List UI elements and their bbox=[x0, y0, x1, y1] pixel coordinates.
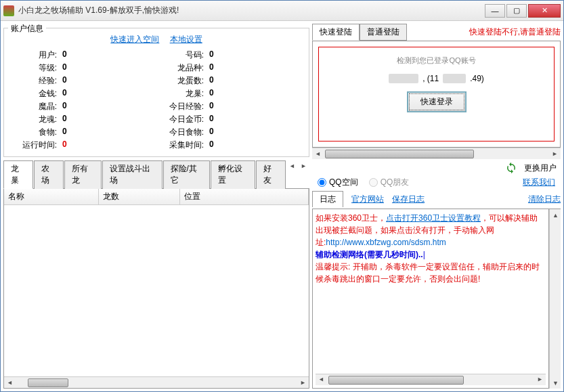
radio-qqspace-input[interactable] bbox=[318, 178, 326, 187]
log-h-scrollbar[interactable]: ◄ ► bbox=[316, 374, 546, 385]
label-number: 号码: bbox=[163, 49, 209, 61]
clear-log-link[interactable]: 清除日志 bbox=[528, 194, 561, 205]
detect-text: 检测到您已登录QQ账号 bbox=[397, 56, 475, 66]
scroll-thumb[interactable] bbox=[28, 378, 68, 387]
radio-qqfriend[interactable]: QQ朋友 bbox=[369, 177, 410, 188]
contact-us-link[interactable]: 联系我们 bbox=[523, 177, 555, 188]
login-inner: 检测到您已登录QQ账号 , (11 .49) 快速登录 bbox=[318, 47, 555, 141]
log-wrap: 如果安装360卫士，点击打开360卫士设置教程，可以解决辅助出现被拦截问题，如果… bbox=[312, 209, 561, 389]
save-log-link[interactable]: 保存日志 bbox=[392, 194, 425, 205]
val-todayfood: 0 bbox=[209, 127, 214, 138]
label-runtime: 运行时间: bbox=[16, 139, 62, 151]
scroll-up-icon[interactable]: ▲ bbox=[550, 209, 561, 221]
val-number: 0 bbox=[209, 49, 214, 61]
log-line1a: 如果安装360卫士， bbox=[316, 213, 386, 223]
left-panel: 账户信息 快速进入空间 本地设置 用户:0 号码:0 等级:0 龙品种:0 经验… bbox=[3, 24, 309, 389]
tab-nest[interactable]: 龙巢 bbox=[3, 160, 33, 189]
label-eggs: 龙蛋数: bbox=[163, 75, 209, 87]
scroll-right-icon[interactable]: ► bbox=[549, 148, 561, 160]
label-soul: 龙魂: bbox=[16, 114, 62, 125]
label-breed: 龙品种: bbox=[163, 62, 209, 74]
account-info-grid: 用户:0 号码:0 等级:0 龙品种:0 经验:0 龙蛋数:0 金钱:0 龙巢:… bbox=[9, 49, 303, 151]
app-window: 小白龙之牧场辅助 V1.69-解放双手,愉快游戏! ― ▢ ✕ 账户信息 快速进… bbox=[0, 0, 564, 392]
list-header: 名称 龙数 位置 bbox=[4, 189, 309, 205]
switch-user-button[interactable]: 更换用户 bbox=[524, 162, 557, 174]
col-count[interactable]: 龙数 bbox=[99, 189, 180, 204]
window-title: 小白龙之牧场辅助 V1.69-解放双手,愉快游戏! bbox=[18, 5, 485, 16]
refresh-icon bbox=[505, 162, 517, 174]
scroll-right-icon[interactable]: ► bbox=[534, 374, 546, 386]
radio-qqfriend-input[interactable] bbox=[369, 178, 378, 187]
val-exp: 0 bbox=[62, 75, 67, 87]
log-tab[interactable]: 日志 bbox=[312, 191, 343, 207]
login-h-scrollbar[interactable]: ◄ ► bbox=[312, 148, 561, 159]
scroll-left-icon[interactable]: ◄ bbox=[316, 374, 327, 386]
log-line3: 温馨提示: 开辅助，杀毒软件一定要设置信任，辅助开启来的时候杀毒跳出的窗口一定要… bbox=[316, 262, 540, 284]
tab-hatch[interactable]: 孵化设置 bbox=[211, 160, 255, 189]
radio-row: QQ空间 QQ朋友 联系我们 bbox=[312, 174, 561, 191]
right-panel: 快速登陆 普通登陆 快速登陆不行,请普通登陆 检测到您已登录QQ账号 , (11… bbox=[312, 24, 561, 389]
label-user: 用户: bbox=[16, 49, 62, 61]
scroll-right-icon[interactable]: ► bbox=[297, 377, 309, 389]
log-body: 如果安装360卫士，点击打开360卫士设置教程，可以解决辅助出现被拦截问题，如果… bbox=[316, 212, 546, 374]
tab-friends[interactable]: 好友 bbox=[256, 160, 286, 189]
tab-explore[interactable]: 探险/其它 bbox=[163, 160, 210, 189]
number-blur bbox=[443, 74, 466, 83]
avatar-blur bbox=[389, 74, 418, 83]
tab-battle-setup[interactable]: 设置战斗出场 bbox=[102, 160, 162, 189]
radio-qqspace[interactable]: QQ空间 bbox=[318, 177, 358, 188]
val-level: 0 bbox=[62, 62, 67, 74]
log-360-link[interactable]: 点击打开360卫士设置教程 bbox=[386, 213, 481, 223]
tab-scroll-left[interactable]: ◄ bbox=[286, 160, 298, 171]
col-name[interactable]: 名称 bbox=[4, 189, 99, 204]
login-note: 快速登陆不行,请普通登陆 bbox=[469, 26, 561, 38]
log-url[interactable]: http://www.xbfzwg.com/sdsm.htm bbox=[326, 238, 446, 247]
val-breed: 0 bbox=[209, 62, 214, 74]
list-area: 名称 龙数 位置 ◄ ► bbox=[3, 189, 309, 389]
scroll-left-icon[interactable]: ◄ bbox=[4, 377, 16, 389]
local-setting-link[interactable]: 本地设置 bbox=[170, 35, 202, 44]
quick-login-tab[interactable]: 快速登陆 bbox=[312, 24, 360, 41]
label-food: 食物: bbox=[16, 127, 62, 138]
scroll-left-icon[interactable]: ◄ bbox=[312, 148, 324, 160]
account-row: , (11 .49) bbox=[389, 74, 484, 83]
scroll-thumb[interactable] bbox=[328, 376, 464, 385]
account-prefix: , (11 bbox=[422, 74, 439, 83]
list-body[interactable] bbox=[4, 205, 309, 376]
val-todayexp: 0 bbox=[209, 101, 214, 112]
label-nest: 龙巢: bbox=[163, 88, 209, 100]
maximize-button[interactable]: ▢ bbox=[506, 4, 527, 18]
col-position[interactable]: 位置 bbox=[180, 189, 309, 204]
main-tabbar: 龙巢 农场 所有龙 设置战斗出场 探险/其它 孵化设置 好友 ◄ ► bbox=[3, 160, 309, 189]
val-nest: 0 bbox=[209, 88, 214, 100]
label-todayfood: 今日食物: bbox=[163, 127, 209, 138]
account-suffix: .49) bbox=[470, 74, 484, 83]
label-collect: 采集时间: bbox=[163, 139, 209, 151]
switch-user-row: 更换用户 bbox=[312, 162, 561, 174]
tab-scroll-right[interactable]: ► bbox=[298, 160, 309, 171]
scroll-thumb[interactable] bbox=[325, 150, 474, 158]
quick-enter-space-link[interactable]: 快速进入空间 bbox=[110, 35, 159, 44]
label-gold: 金钱: bbox=[16, 88, 62, 100]
minimize-button[interactable]: ― bbox=[485, 4, 505, 18]
log-area[interactable]: 如果安装360卫士，点击打开360卫士设置教程，可以解决辅助出现被拦截问题，如果… bbox=[312, 209, 549, 389]
official-site-link[interactable]: 官方网站 bbox=[351, 194, 384, 205]
label-exp: 经验: bbox=[16, 75, 62, 87]
tab-farm[interactable]: 农场 bbox=[34, 160, 64, 189]
log-v-scrollbar[interactable]: ▲ ▼ bbox=[549, 209, 561, 389]
val-eggs: 0 bbox=[209, 75, 214, 87]
list-h-scrollbar[interactable]: ◄ ► bbox=[4, 376, 309, 388]
window-body: 账户信息 快速进入空间 本地设置 用户:0 号码:0 等级:0 龙品种:0 经验… bbox=[1, 21, 563, 391]
quick-login-button[interactable]: 快速登录 bbox=[407, 91, 467, 112]
label-todaygold: 今日金币: bbox=[163, 114, 209, 125]
normal-login-tab[interactable]: 普通登陆 bbox=[360, 24, 407, 41]
titlebar[interactable]: 小白龙之牧场辅助 V1.69-解放双手,愉快游戏! ― ▢ ✕ bbox=[1, 1, 563, 21]
val-collect: 0 bbox=[209, 139, 214, 151]
label-todayexp: 今日经验: bbox=[163, 101, 209, 112]
log-line2: 辅助检测网络(需要几秒时间).. bbox=[316, 250, 423, 259]
close-button[interactable]: ✕ bbox=[528, 4, 561, 18]
account-groupbox: 账户信息 快速进入空间 本地设置 用户:0 号码:0 等级:0 龙品种:0 经验… bbox=[3, 28, 309, 157]
scroll-down-icon[interactable]: ▼ bbox=[550, 377, 561, 389]
account-group-title: 账户信息 bbox=[8, 23, 46, 35]
tab-all-dragons[interactable]: 所有龙 bbox=[64, 160, 102, 189]
